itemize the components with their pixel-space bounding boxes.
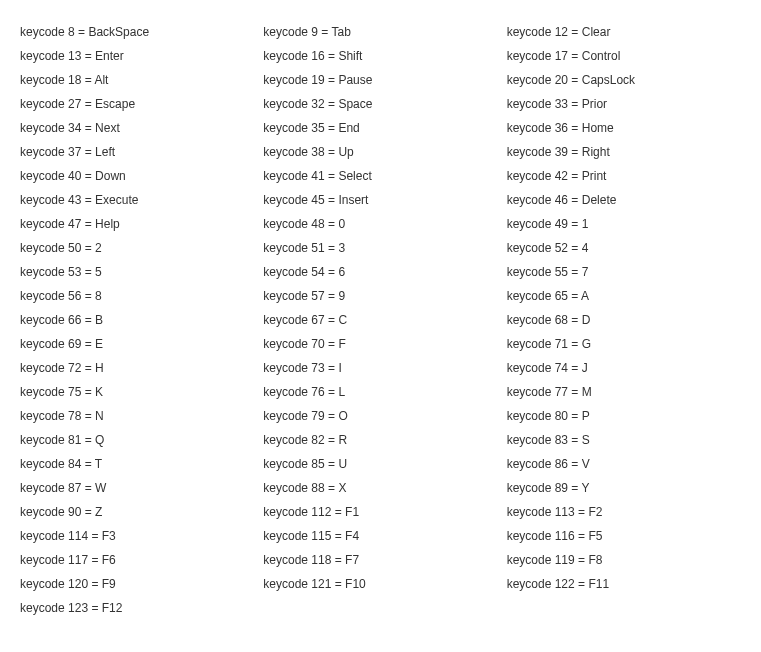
keycode-entry: keycode 77 = M <box>507 380 740 404</box>
keycode-entry: keycode 118 = F7 <box>263 548 496 572</box>
keycode-entry: keycode 116 = F5 <box>507 524 740 548</box>
keycode-entry: keycode 39 = Right <box>507 140 740 164</box>
keycode-entry: keycode 32 = Space <box>263 92 496 116</box>
keycode-entry: keycode 81 = Q <box>20 428 253 452</box>
keycode-entry: keycode 70 = F <box>263 332 496 356</box>
keycode-entry: keycode 13 = Enter <box>20 44 253 68</box>
keycode-entry: keycode 65 = A <box>507 284 740 308</box>
keycode-entry: keycode 56 = 8 <box>20 284 253 308</box>
keycode-entry: keycode 46 = Delete <box>507 188 740 212</box>
keycode-entry: keycode 49 = 1 <box>507 212 740 236</box>
keycode-table: keycode 8 = BackSpacekeycode 9 = Tabkeyc… <box>20 20 740 620</box>
keycode-entry: keycode 12 = Clear <box>507 20 740 44</box>
keycode-entry: keycode 117 = F6 <box>20 548 253 572</box>
keycode-entry: keycode 82 = R <box>263 428 496 452</box>
keycode-entry: keycode 80 = P <box>507 404 740 428</box>
keycode-entry: keycode 52 = 4 <box>507 236 740 260</box>
keycode-entry: keycode 27 = Escape <box>20 92 253 116</box>
keycode-entry: keycode 123 = F12 <box>20 596 253 620</box>
keycode-entry: keycode 19 = Pause <box>263 68 496 92</box>
keycode-entry: keycode 38 = Up <box>263 140 496 164</box>
keycode-entry: keycode 75 = K <box>20 380 253 404</box>
keycode-entry: keycode 37 = Left <box>20 140 253 164</box>
keycode-entry: keycode 113 = F2 <box>507 500 740 524</box>
keycode-entry: keycode 55 = 7 <box>507 260 740 284</box>
keycode-entry: keycode 85 = U <box>263 452 496 476</box>
keycode-entry: keycode 8 = BackSpace <box>20 20 253 44</box>
keycode-entry: keycode 115 = F4 <box>263 524 496 548</box>
keycode-entry: keycode 53 = 5 <box>20 260 253 284</box>
keycode-entry: keycode 74 = J <box>507 356 740 380</box>
keycode-entry: keycode 54 = 6 <box>263 260 496 284</box>
keycode-entry: keycode 71 = G <box>507 332 740 356</box>
keycode-entry: keycode 67 = C <box>263 308 496 332</box>
keycode-entry: keycode 47 = Help <box>20 212 253 236</box>
keycode-entry: keycode 33 = Prior <box>507 92 740 116</box>
keycode-entry: keycode 119 = F8 <box>507 548 740 572</box>
keycode-entry: keycode 90 = Z <box>20 500 253 524</box>
keycode-entry: keycode 122 = F11 <box>507 572 740 596</box>
keycode-entry: keycode 34 = Next <box>20 116 253 140</box>
keycode-entry: keycode 9 = Tab <box>263 20 496 44</box>
keycode-entry: keycode 43 = Execute <box>20 188 253 212</box>
keycode-entry: keycode 112 = F1 <box>263 500 496 524</box>
keycode-entry: keycode 73 = I <box>263 356 496 380</box>
keycode-entry: keycode 36 = Home <box>507 116 740 140</box>
keycode-entry: keycode 48 = 0 <box>263 212 496 236</box>
keycode-entry: keycode 76 = L <box>263 380 496 404</box>
keycode-entry: keycode 78 = N <box>20 404 253 428</box>
keycode-entry: keycode 51 = 3 <box>263 236 496 260</box>
keycode-entry: keycode 88 = X <box>263 476 496 500</box>
keycode-entry: keycode 40 = Down <box>20 164 253 188</box>
keycode-entry: keycode 42 = Print <box>507 164 740 188</box>
keycode-entry: keycode 84 = T <box>20 452 253 476</box>
keycode-entry: keycode 17 = Control <box>507 44 740 68</box>
keycode-entry: keycode 66 = B <box>20 308 253 332</box>
keycode-entry: keycode 79 = O <box>263 404 496 428</box>
keycode-entry: keycode 69 = E <box>20 332 253 356</box>
keycode-entry: keycode 18 = Alt <box>20 68 253 92</box>
keycode-entry: keycode 121 = F10 <box>263 572 496 596</box>
keycode-entry: keycode 68 = D <box>507 308 740 332</box>
keycode-entry: keycode 83 = S <box>507 428 740 452</box>
keycode-entry: keycode 120 = F9 <box>20 572 253 596</box>
keycode-entry: keycode 87 = W <box>20 476 253 500</box>
keycode-entry: keycode 16 = Shift <box>263 44 496 68</box>
keycode-entry: keycode 72 = H <box>20 356 253 380</box>
keycode-entry: keycode 57 = 9 <box>263 284 496 308</box>
keycode-entry: keycode 35 = End <box>263 116 496 140</box>
keycode-entry: keycode 41 = Select <box>263 164 496 188</box>
keycode-entry: keycode 45 = Insert <box>263 188 496 212</box>
keycode-entry: keycode 89 = Y <box>507 476 740 500</box>
keycode-entry: keycode 86 = V <box>507 452 740 476</box>
keycode-entry: keycode 50 = 2 <box>20 236 253 260</box>
keycode-entry: keycode 114 = F3 <box>20 524 253 548</box>
keycode-entry: keycode 20 = CapsLock <box>507 68 740 92</box>
